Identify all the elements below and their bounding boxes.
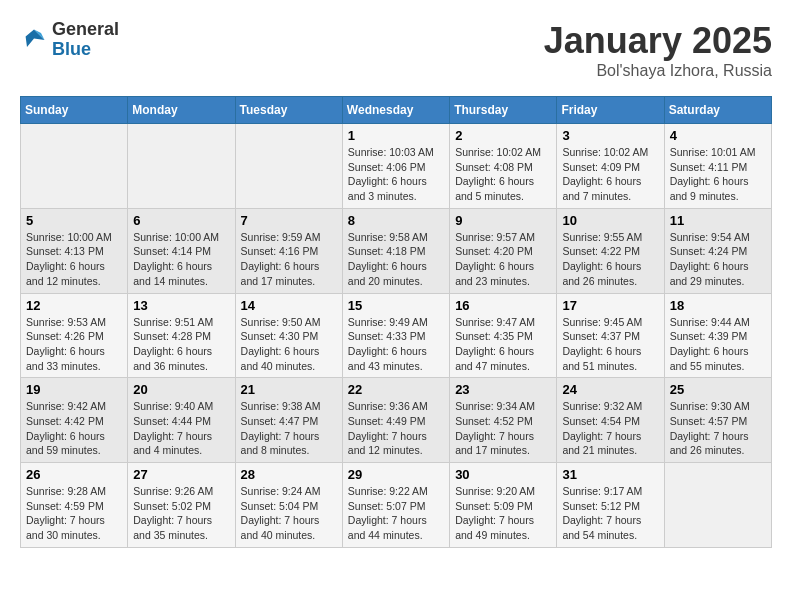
calendar-cell: 14Sunrise: 9:50 AMSunset: 4:30 PMDayligh…: [235, 293, 342, 378]
calendar-cell: 1Sunrise: 10:03 AMSunset: 4:06 PMDayligh…: [342, 124, 449, 209]
calendar-cell: 16Sunrise: 9:47 AMSunset: 4:35 PMDayligh…: [450, 293, 557, 378]
calendar-cell: 11Sunrise: 9:54 AMSunset: 4:24 PMDayligh…: [664, 208, 771, 293]
day-info: Sunrise: 10:02 AMSunset: 4:08 PMDaylight…: [455, 145, 551, 204]
day-number: 30: [455, 467, 551, 482]
calendar-table: SundayMondayTuesdayWednesdayThursdayFrid…: [20, 96, 772, 548]
calendar-cell: 3Sunrise: 10:02 AMSunset: 4:09 PMDayligh…: [557, 124, 664, 209]
day-info: Sunrise: 9:44 AMSunset: 4:39 PMDaylight:…: [670, 315, 766, 374]
calendar-cell: 8Sunrise: 9:58 AMSunset: 4:18 PMDaylight…: [342, 208, 449, 293]
day-number: 6: [133, 213, 229, 228]
day-info: Sunrise: 9:51 AMSunset: 4:28 PMDaylight:…: [133, 315, 229, 374]
day-number: 8: [348, 213, 444, 228]
header-saturday: Saturday: [664, 97, 771, 124]
week-row-5: 26Sunrise: 9:28 AMSunset: 4:59 PMDayligh…: [21, 463, 772, 548]
day-info: Sunrise: 9:42 AMSunset: 4:42 PMDaylight:…: [26, 399, 122, 458]
page-header: General Blue January 2025 Bol'shaya Izho…: [20, 20, 772, 80]
week-row-2: 5Sunrise: 10:00 AMSunset: 4:13 PMDayligh…: [21, 208, 772, 293]
day-number: 1: [348, 128, 444, 143]
location: Bol'shaya Izhora, Russia: [544, 62, 772, 80]
calendar-cell: 10Sunrise: 9:55 AMSunset: 4:22 PMDayligh…: [557, 208, 664, 293]
day-number: 10: [562, 213, 658, 228]
calendar-cell: 28Sunrise: 9:24 AMSunset: 5:04 PMDayligh…: [235, 463, 342, 548]
day-info: Sunrise: 9:59 AMSunset: 4:16 PMDaylight:…: [241, 230, 337, 289]
day-info: Sunrise: 9:40 AMSunset: 4:44 PMDaylight:…: [133, 399, 229, 458]
month-title: January 2025: [544, 20, 772, 62]
day-info: Sunrise: 9:49 AMSunset: 4:33 PMDaylight:…: [348, 315, 444, 374]
day-info: Sunrise: 9:24 AMSunset: 5:04 PMDaylight:…: [241, 484, 337, 543]
calendar-cell: 30Sunrise: 9:20 AMSunset: 5:09 PMDayligh…: [450, 463, 557, 548]
day-number: 21: [241, 382, 337, 397]
day-number: 17: [562, 298, 658, 313]
day-number: 3: [562, 128, 658, 143]
day-info: Sunrise: 9:26 AMSunset: 5:02 PMDaylight:…: [133, 484, 229, 543]
calendar-cell: [664, 463, 771, 548]
day-info: Sunrise: 9:20 AMSunset: 5:09 PMDaylight:…: [455, 484, 551, 543]
day-number: 13: [133, 298, 229, 313]
calendar-cell: 25Sunrise: 9:30 AMSunset: 4:57 PMDayligh…: [664, 378, 771, 463]
day-info: Sunrise: 9:53 AMSunset: 4:26 PMDaylight:…: [26, 315, 122, 374]
day-info: Sunrise: 9:32 AMSunset: 4:54 PMDaylight:…: [562, 399, 658, 458]
header-monday: Monday: [128, 97, 235, 124]
day-number: 2: [455, 128, 551, 143]
day-number: 25: [670, 382, 766, 397]
calendar-cell: 9Sunrise: 9:57 AMSunset: 4:20 PMDaylight…: [450, 208, 557, 293]
svg-marker-0: [26, 29, 45, 47]
calendar-cell: 13Sunrise: 9:51 AMSunset: 4:28 PMDayligh…: [128, 293, 235, 378]
day-info: Sunrise: 9:58 AMSunset: 4:18 PMDaylight:…: [348, 230, 444, 289]
calendar-cell: 24Sunrise: 9:32 AMSunset: 4:54 PMDayligh…: [557, 378, 664, 463]
day-info: Sunrise: 10:00 AMSunset: 4:13 PMDaylight…: [26, 230, 122, 289]
day-info: Sunrise: 10:00 AMSunset: 4:14 PMDaylight…: [133, 230, 229, 289]
calendar-cell: 27Sunrise: 9:26 AMSunset: 5:02 PMDayligh…: [128, 463, 235, 548]
calendar-cell: [21, 124, 128, 209]
calendar-header-row: SundayMondayTuesdayWednesdayThursdayFrid…: [21, 97, 772, 124]
calendar-cell: 18Sunrise: 9:44 AMSunset: 4:39 PMDayligh…: [664, 293, 771, 378]
day-number: 24: [562, 382, 658, 397]
day-number: 11: [670, 213, 766, 228]
logo-general: General: [52, 20, 119, 40]
header-wednesday: Wednesday: [342, 97, 449, 124]
title-block: January 2025 Bol'shaya Izhora, Russia: [544, 20, 772, 80]
day-info: Sunrise: 9:34 AMSunset: 4:52 PMDaylight:…: [455, 399, 551, 458]
day-info: Sunrise: 9:54 AMSunset: 4:24 PMDaylight:…: [670, 230, 766, 289]
calendar-cell: 4Sunrise: 10:01 AMSunset: 4:11 PMDayligh…: [664, 124, 771, 209]
day-info: Sunrise: 9:28 AMSunset: 4:59 PMDaylight:…: [26, 484, 122, 543]
calendar-cell: 5Sunrise: 10:00 AMSunset: 4:13 PMDayligh…: [21, 208, 128, 293]
day-number: 29: [348, 467, 444, 482]
header-thursday: Thursday: [450, 97, 557, 124]
header-tuesday: Tuesday: [235, 97, 342, 124]
day-number: 28: [241, 467, 337, 482]
day-number: 19: [26, 382, 122, 397]
calendar-cell: 21Sunrise: 9:38 AMSunset: 4:47 PMDayligh…: [235, 378, 342, 463]
day-info: Sunrise: 9:36 AMSunset: 4:49 PMDaylight:…: [348, 399, 444, 458]
calendar-cell: 31Sunrise: 9:17 AMSunset: 5:12 PMDayligh…: [557, 463, 664, 548]
day-info: Sunrise: 10:02 AMSunset: 4:09 PMDaylight…: [562, 145, 658, 204]
week-row-3: 12Sunrise: 9:53 AMSunset: 4:26 PMDayligh…: [21, 293, 772, 378]
day-info: Sunrise: 9:22 AMSunset: 5:07 PMDaylight:…: [348, 484, 444, 543]
day-number: 31: [562, 467, 658, 482]
day-number: 9: [455, 213, 551, 228]
day-number: 18: [670, 298, 766, 313]
day-number: 4: [670, 128, 766, 143]
day-number: 5: [26, 213, 122, 228]
header-friday: Friday: [557, 97, 664, 124]
week-row-1: 1Sunrise: 10:03 AMSunset: 4:06 PMDayligh…: [21, 124, 772, 209]
day-info: Sunrise: 9:50 AMSunset: 4:30 PMDaylight:…: [241, 315, 337, 374]
calendar-cell: 7Sunrise: 9:59 AMSunset: 4:16 PMDaylight…: [235, 208, 342, 293]
day-number: 26: [26, 467, 122, 482]
day-number: 20: [133, 382, 229, 397]
day-info: Sunrise: 9:55 AMSunset: 4:22 PMDaylight:…: [562, 230, 658, 289]
day-info: Sunrise: 9:17 AMSunset: 5:12 PMDaylight:…: [562, 484, 658, 543]
day-number: 23: [455, 382, 551, 397]
calendar-cell: 19Sunrise: 9:42 AMSunset: 4:42 PMDayligh…: [21, 378, 128, 463]
day-info: Sunrise: 9:47 AMSunset: 4:35 PMDaylight:…: [455, 315, 551, 374]
calendar-cell: 15Sunrise: 9:49 AMSunset: 4:33 PMDayligh…: [342, 293, 449, 378]
day-number: 15: [348, 298, 444, 313]
header-sunday: Sunday: [21, 97, 128, 124]
calendar-cell: 2Sunrise: 10:02 AMSunset: 4:08 PMDayligh…: [450, 124, 557, 209]
calendar-cell: 29Sunrise: 9:22 AMSunset: 5:07 PMDayligh…: [342, 463, 449, 548]
calendar-cell: 22Sunrise: 9:36 AMSunset: 4:49 PMDayligh…: [342, 378, 449, 463]
calendar-cell: 20Sunrise: 9:40 AMSunset: 4:44 PMDayligh…: [128, 378, 235, 463]
day-number: 14: [241, 298, 337, 313]
calendar-cell: 23Sunrise: 9:34 AMSunset: 4:52 PMDayligh…: [450, 378, 557, 463]
calendar-cell: [235, 124, 342, 209]
